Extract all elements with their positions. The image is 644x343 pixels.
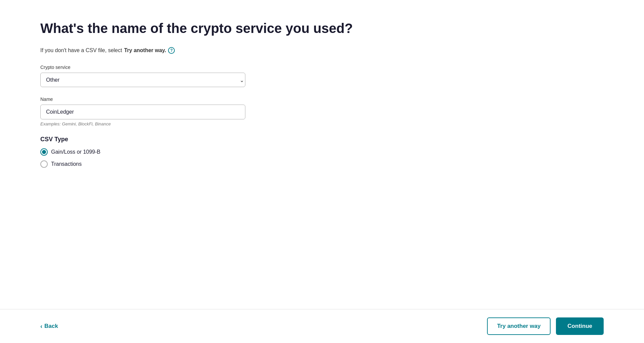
radio-gain-loss-label: Gain/Loss or 1099-B <box>51 149 100 155</box>
try-another-button[interactable]: Try another way <box>487 317 551 335</box>
subtitle-text: If you don't have a CSV file, select <box>40 47 122 53</box>
page-container: What's the name of the crypto service yo… <box>0 0 644 343</box>
crypto-service-select-wrapper: Other Coinbase Binance Gemini Kraken Blo… <box>40 73 249 87</box>
help-icon[interactable]: ? <box>168 47 175 54</box>
footer-bar: ‹ Back Try another way Continue <box>0 309 644 343</box>
main-content: What's the name of the crypto service yo… <box>0 0 644 309</box>
name-label: Name <box>40 97 249 102</box>
back-label: Back <box>44 323 58 330</box>
radio-item-gain-loss[interactable]: Gain/Loss or 1099-B <box>40 148 249 156</box>
crypto-service-select[interactable]: Other Coinbase Binance Gemini Kraken Blo… <box>40 73 245 87</box>
continue-button[interactable]: Continue <box>556 317 604 335</box>
chevron-left-icon: ‹ <box>40 323 42 330</box>
radio-transactions-label: Transactions <box>51 161 82 167</box>
radio-item-transactions[interactable]: Transactions <box>40 160 249 168</box>
page-title: What's the name of the crypto service yo… <box>40 20 604 36</box>
subtitle: If you don't have a CSV file, select Try… <box>40 47 604 54</box>
subtitle-link: Try another way. <box>124 47 166 53</box>
name-input[interactable] <box>40 105 245 119</box>
name-hint: Examples: Gemini, BlockFi, Binance <box>40 121 249 126</box>
name-group: Name Examples: Gemini, BlockFi, Binance <box>40 97 249 126</box>
csv-type-section: CSV Type Gain/Loss or 1099-B Transaction… <box>40 136 249 168</box>
back-button[interactable]: ‹ Back <box>40 320 58 333</box>
radio-transactions[interactable] <box>40 160 48 168</box>
crypto-service-group: Crypto service Other Coinbase Binance Ge… <box>40 65 249 87</box>
radio-group: Gain/Loss or 1099-B Transactions <box>40 148 249 168</box>
footer-right: Try another way Continue <box>487 317 604 335</box>
csv-type-title: CSV Type <box>40 136 249 143</box>
form-section: Crypto service Other Coinbase Binance Ge… <box>40 65 249 168</box>
radio-gain-loss[interactable] <box>40 148 48 156</box>
crypto-service-label: Crypto service <box>40 65 249 70</box>
